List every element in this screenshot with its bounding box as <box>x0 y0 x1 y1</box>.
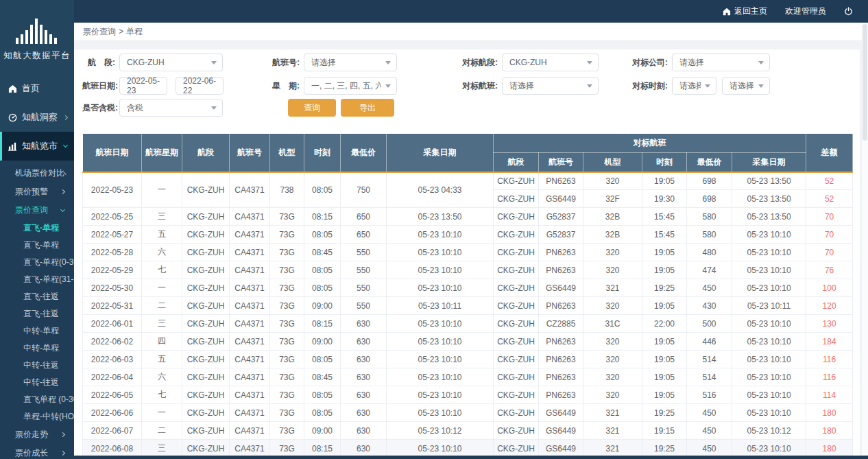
table-row[interactable]: 2022-05-30一CKG-ZUHCA437173G08:0555005-23… <box>83 279 853 297</box>
back-home-link[interactable]: 返回主页 <box>723 5 767 17</box>
cell-cmp-price: 514 <box>687 368 732 386</box>
cell-time: 09:00 <box>304 422 341 440</box>
sidebar-item-market[interactable]: 知航览市 <box>0 132 74 161</box>
breadcrumb-parent[interactable]: 票价查询 <box>83 26 116 38</box>
cell-cmp-price: 450 <box>687 422 732 440</box>
sidebar-subitem[interactable]: 票价成长 <box>0 444 74 459</box>
table-row[interactable]: 2022-06-05七CKG-ZUHCA437173G08:0563005-23… <box>83 386 853 404</box>
table-row[interactable]: 2022-06-03五CKG-ZUHCA437173G08:0563005-23… <box>83 351 853 368</box>
table-row[interactable]: 2022-06-06一CKG-ZUHCA437173G08:0563005-23… <box>83 404 853 422</box>
cell-ac: 73G <box>270 244 304 261</box>
cell-time: 08:05 <box>304 172 341 208</box>
column-header: 采集日期 <box>387 134 494 172</box>
cell-flight: CA4371 <box>230 368 270 386</box>
topbar: 返回主页 欢迎管理员 <box>74 0 868 23</box>
cmp-flight-select[interactable]: 请选择 <box>502 77 599 95</box>
sidebar-subitem[interactable]: 直飞-单程 <box>0 220 74 237</box>
cell-cmp-collected: 05-23 10:10 <box>732 279 806 297</box>
sidebar-item-insight[interactable]: 知航洞察 <box>0 103 74 132</box>
cell-flight: CA4371 <box>230 244 270 261</box>
cell-flight: CA4371 <box>230 208 270 226</box>
sidebar-subitem[interactable]: 直飞-单程 <box>0 237 74 254</box>
table-row[interactable]: 2022-06-02四CKG-ZUHCA437173G09:0063005-23… <box>83 333 853 351</box>
query-button[interactable]: 查询 <box>288 99 336 117</box>
sidebar-subitem[interactable]: 机场票价对比 <box>0 164 74 183</box>
table-row[interactable]: 2022-05-27五CKG-ZUHCA437173G08:0565005-23… <box>83 226 853 244</box>
horizontal-scrollbar[interactable] <box>74 456 868 459</box>
cmp-time-start-select[interactable]: 请选择 <box>672 77 716 95</box>
home-icon <box>723 8 731 16</box>
sidebar-subitem-label: 中转-往返 <box>23 377 64 388</box>
cell-diff: 116 <box>806 351 853 368</box>
welcome-user[interactable]: 欢迎管理员 <box>785 5 826 17</box>
scrollbar-thumb[interactable] <box>863 24 867 141</box>
date-to-input[interactable]: 2022-06-22 <box>176 77 224 95</box>
cell-collected: 05-23 10:10 <box>387 261 494 279</box>
cmp-segment-select[interactable]: CKG-ZUH <box>502 54 599 71</box>
cell-date: 2022-06-05 <box>83 386 142 404</box>
cell-cmp-collected: 05-23 10:10 <box>732 315 806 333</box>
sidebar-subitem[interactable]: 中转-单程 <box>0 322 74 340</box>
sidebar-subitem[interactable]: 直飞-往返 <box>0 288 74 305</box>
cell-cmp-flight: PN6263 <box>539 244 583 261</box>
logout-button[interactable] <box>844 7 853 16</box>
weekday-label: 星 期: <box>269 80 300 92</box>
table-row[interactable]: 2022-05-25三CKG-ZUHCA437173G08:1565005-23… <box>83 208 853 226</box>
content-card: 航 段: CKG-ZUH 航班号: 请选择 对标航段: CKG-ZUH <box>74 49 860 456</box>
sidebar-subitem[interactable]: 票价走势 <box>0 425 74 444</box>
sidebar-subitem[interactable]: 中转-单程 <box>0 340 74 357</box>
cell-date: 2022-05-31 <box>83 297 142 315</box>
sidebar-subitem-label: 直飞-单程 <box>23 222 64 234</box>
segment-select[interactable]: CKG-ZUH <box>119 54 223 71</box>
cell-time: 08:05 <box>304 404 341 422</box>
table-row[interactable]: 2022-05-23一CKG-ZUHCA437173808:0575005-23… <box>83 172 853 190</box>
sidebar-subitem-label: 机场票价对比 <box>15 167 64 179</box>
table-row[interactable]: 2022-06-08三CKG-ZUHCA437173G08:1563005-23… <box>83 440 853 458</box>
sidebar-subitem[interactable]: 票价预警 <box>0 183 74 201</box>
table-row[interactable]: 2022-05-29七CKG-ZUHCA437173G08:0555005-23… <box>83 261 853 279</box>
cell-cmp-time: 15:45 <box>642 208 687 226</box>
weekday-select[interactable]: 一, 二, 三, 四, 五, 六, 七 <box>304 77 397 95</box>
vertical-scrollbar[interactable] <box>862 23 868 456</box>
column-header: 航班日期 <box>83 134 142 172</box>
table-row[interactable]: 2022-06-01三CKG-ZUHCA437173G08:1563005-23… <box>83 315 853 333</box>
cell-cmp-price: 698 <box>687 190 732 208</box>
cell-cmp-flight: PN6263 <box>539 333 583 351</box>
column-subheader: 采集日期 <box>732 153 806 172</box>
cell-seg: CKG-ZUH <box>182 279 230 297</box>
sidebar-subitem[interactable]: 直飞-单程(31-60) <box>0 271 74 288</box>
cell-time: 08:45 <box>304 368 341 386</box>
sidebar-subitem[interactable]: 单程-中转(HO新) <box>0 408 74 425</box>
sidebar-subitem[interactable]: 票价查询 <box>0 201 74 220</box>
flight-no-select[interactable]: 请选择 <box>304 54 397 71</box>
cell-cmp-collected: 05-23 10:10 <box>732 226 806 244</box>
table-row[interactable]: 2022-06-04六CKG-ZUHCA437173G08:4563005-23… <box>83 368 853 386</box>
cell-time: 08:15 <box>304 315 341 333</box>
sidebar-item-label: 首页 <box>22 82 67 95</box>
cmp-time-end-select[interactable]: 请选择 <box>722 77 770 95</box>
sidebar-subitem[interactable]: 中转-往返 <box>0 374 74 391</box>
sidebar-subitem[interactable]: 直飞-单程(0-30) <box>0 254 74 271</box>
sidebar-item-home[interactable]: 首页 <box>0 74 74 103</box>
cell-cmp-flight: PN6263 <box>539 351 583 368</box>
date-from-input[interactable]: 2022-05-23 <box>119 77 167 95</box>
table-row[interactable]: 2022-06-07二CKG-ZUHCA437173G09:0063005-23… <box>83 422 853 440</box>
export-button[interactable]: 导出 <box>341 99 394 117</box>
chevron-down-icon <box>60 207 65 211</box>
sidebar-subitem[interactable]: 直飞-往返 <box>0 305 74 322</box>
table-row[interactable]: 2022-05-31二CKG-ZUHCA437173G09:0055005-23… <box>83 297 853 315</box>
cell-cmp-time: 19:05 <box>642 297 687 315</box>
cell-cmp-collected: 05-23 10:10 <box>732 404 806 422</box>
table-row[interactable]: 2022-05-28六CKG-ZUHCA437173G08:4555005-23… <box>83 244 853 261</box>
sidebar-subitem[interactable]: 中转-往返 <box>0 357 74 374</box>
cell-cmp-collected: 05-23 10:10 <box>732 440 806 458</box>
cell-cmp-ac: 320 <box>583 333 642 351</box>
cell-flight: CA4371 <box>230 226 270 244</box>
sidebar-subitem[interactable]: 直飞单程 (0-30天) <box>0 391 74 408</box>
cell-ac: 73G <box>270 440 304 458</box>
tax-select[interactable]: 含税 <box>119 99 223 117</box>
cmp-company-select[interactable]: 请选择 <box>672 54 770 71</box>
cell-ac: 73G <box>270 226 304 244</box>
cell-price: 630 <box>341 315 387 333</box>
cell-collected: 05-23 04:33 <box>387 172 494 208</box>
